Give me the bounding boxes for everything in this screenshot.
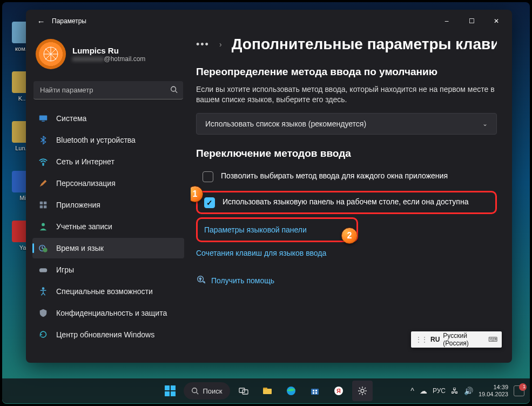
nav-label: Персонализация	[56, 179, 116, 188]
profile-block[interactable]: Lumpics Ru xxxxxxxxx@hotmail.com	[32, 35, 184, 79]
svg-line-6	[176, 91, 178, 93]
svg-point-18	[42, 288, 44, 289]
avatar	[36, 39, 66, 69]
svg-point-9	[43, 164, 44, 165]
tray-volume-icon[interactable]: 🔊	[464, 387, 473, 395]
shield-icon	[38, 308, 49, 318]
tray-onedrive-icon[interactable]: ☁	[420, 387, 427, 395]
nav-privacy[interactable]: Конфиденциальность и защита	[32, 303, 184, 323]
back-button[interactable]: ←	[33, 14, 49, 29]
svg-rect-32	[311, 389, 319, 395]
settings-window: ← Параметры – ☐ ✕ Lumpics Ru xxxxxxxxx@h…	[26, 10, 512, 363]
nav-label: Время и язык	[56, 244, 104, 252]
chevron-down-icon: ⌄	[482, 120, 488, 128]
minimize-button[interactable]: –	[434, 10, 459, 32]
breadcrumb-overflow[interactable]: •••	[196, 39, 210, 50]
svg-rect-22	[170, 385, 175, 390]
search-box[interactable]	[33, 81, 183, 99]
page-title: Дополнительные параметры клавиа	[232, 36, 497, 53]
nav-accessibility[interactable]: Специальные возможности	[32, 281, 184, 302]
tray-language[interactable]: РУС	[433, 387, 446, 395]
nav-label: Приложения	[56, 201, 100, 209]
keyboard-icon: ⌨	[488, 336, 497, 343]
nav-windows-update[interactable]: Центр обновления Windows	[32, 324, 184, 345]
annotation-highlight-1: 1 Использовать языковую панель на рабоче…	[196, 191, 497, 214]
svg-point-14	[42, 223, 45, 227]
edge-button[interactable]	[281, 381, 301, 401]
grip-icon: ⋮⋮	[415, 336, 427, 343]
svg-rect-12	[40, 205, 43, 208]
nav-time-language[interactable]: Время и язык	[32, 238, 184, 258]
start-button[interactable]	[159, 381, 180, 401]
section-switch-title: Переключение методов ввода	[196, 147, 497, 161]
per-window-input-checkbox-row[interactable]: Позволить выбирать метод ввода для каждо…	[196, 165, 497, 188]
svg-rect-10	[40, 202, 43, 204]
svg-point-39	[361, 389, 364, 392]
svg-rect-7	[39, 116, 47, 121]
svg-point-16	[43, 248, 48, 252]
svg-rect-27	[239, 388, 245, 392]
gamepad-icon	[38, 264, 49, 275]
search-input[interactable]	[33, 81, 183, 99]
taskbar: Поиск Я ^ ☁ РУС 🖧 🔊 14:39 19.04.2023 1	[2, 378, 530, 403]
clock-date: 19.04.2023	[479, 391, 508, 398]
accessibility-icon	[38, 286, 49, 297]
task-view-button[interactable]	[233, 381, 254, 401]
nav-system[interactable]: Система	[32, 108, 184, 129]
checkbox-unchecked[interactable]	[203, 171, 213, 182]
svg-rect-17	[39, 268, 47, 272]
taskbar-search[interactable]: Поиск	[183, 382, 230, 400]
annotation-highlight-2: 2 Параметры языковой панели	[196, 217, 358, 242]
nav-label: Игры	[56, 265, 74, 274]
svg-text:Я: Я	[336, 388, 341, 394]
svg-rect-36	[315, 392, 317, 394]
store-button[interactable]	[305, 381, 325, 401]
apps-icon	[38, 199, 49, 210]
yandex-button[interactable]: Я	[328, 381, 349, 401]
wifi-icon	[38, 156, 49, 167]
profile-email: xxxxxxxxx@hotmail.com	[72, 55, 145, 63]
checkbox-label: Позволить выбирать метод ввода для каждо…	[221, 171, 448, 182]
svg-rect-21	[164, 385, 169, 390]
floating-language-bar[interactable]: ⋮⋮ RU Русский (Россия) ⌨	[411, 331, 502, 348]
tray-network-icon[interactable]: 🖧	[451, 387, 459, 395]
language-bar-checkbox-row[interactable]: Использовать языковую панель на рабочем …	[202, 195, 491, 210]
section-override-desc: Если вы хотите использовать метод ввода,…	[196, 84, 497, 105]
language-hotkeys-link[interactable]: Сочетания клавиш для языков ввода	[196, 245, 497, 261]
svg-rect-28	[243, 390, 248, 394]
get-help-link[interactable]: Получить помощь	[211, 276, 274, 285]
taskbar-search-label: Поиск	[203, 387, 222, 395]
svg-line-26	[196, 392, 198, 395]
settings-taskbar-button[interactable]	[352, 381, 373, 401]
update-icon	[38, 329, 49, 340]
nav-apps[interactable]: Приложения	[32, 195, 184, 215]
profile-name: Lumpics Ru	[72, 46, 145, 55]
brush-icon	[38, 178, 49, 189]
desktop-icon-label: Ya	[19, 244, 26, 251]
nav-label: Сеть и Интернет	[56, 157, 115, 166]
checkbox-label: Использовать языковую панель на рабочем …	[223, 197, 468, 208]
nav-accounts[interactable]: Учетные записи	[32, 216, 184, 237]
tray-chevron-icon[interactable]: ^	[410, 387, 414, 395]
svg-rect-11	[44, 202, 46, 204]
svg-rect-23	[164, 391, 169, 396]
clock-globe-icon	[38, 243, 49, 254]
svg-rect-30	[263, 388, 267, 389]
annotation-marker-1: 1	[191, 186, 203, 202]
nav-gaming[interactable]: Игры	[32, 259, 184, 280]
nav-bluetooth[interactable]: Bluetooth и устройства	[32, 130, 184, 150]
clock-time: 14:39	[493, 384, 508, 391]
default-input-method-dropdown[interactable]: Использовать список языков (рекомендуетс…	[196, 113, 497, 135]
taskbar-clock[interactable]: 14:39 19.04.2023	[479, 384, 508, 397]
desktop-icon-label: Mi	[19, 195, 26, 201]
nav-personalization[interactable]: Персонализация	[32, 173, 184, 194]
explorer-button[interactable]	[257, 381, 278, 401]
svg-rect-33	[313, 390, 314, 391]
maximize-button[interactable]: ☐	[459, 10, 484, 32]
person-icon	[38, 221, 49, 232]
notifications-button[interactable]: 1	[514, 385, 524, 396]
language-bar-options-link[interactable]: Параметры языковой панели	[204, 222, 350, 237]
nav-network[interactable]: Сеть и Интернет	[32, 151, 184, 172]
checkbox-checked[interactable]	[204, 197, 215, 208]
close-button[interactable]: ✕	[484, 10, 509, 32]
